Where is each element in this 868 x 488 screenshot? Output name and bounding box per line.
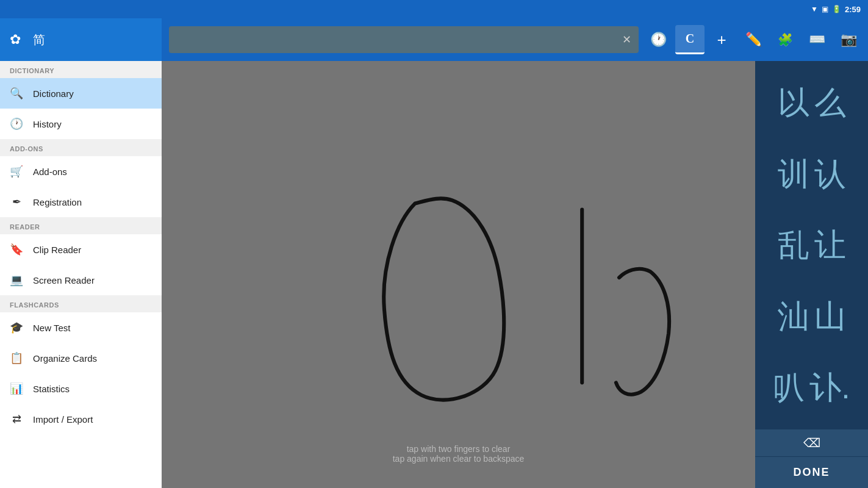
history-toolbar-button[interactable]: 🕐 [644, 25, 673, 54]
camera-toolbar-icon: 📷 [841, 32, 857, 48]
clear-toolbar-button[interactable]: C [675, 25, 705, 54]
char-option[interactable]: 让 [814, 228, 846, 262]
sidebar-item-new-test[interactable]: 🎓 New Test [0, 312, 162, 343]
add-toolbar-icon: + [717, 30, 726, 49]
screen-icon: 💻 [10, 273, 23, 287]
edit-icon: ✒ [10, 195, 23, 209]
sidebar-item-label: Dictionary [33, 88, 74, 99]
battery-icon: 🔋 [832, 5, 841, 13]
sidebar-item-clip-reader[interactable]: 🔖 Clip Reader [0, 234, 162, 265]
status-icons: ▼ ▣ 🔋 2:59 [811, 5, 861, 14]
char-option[interactable]: 乱 [778, 228, 809, 262]
sidebar-header: ✿ 简 [0, 18, 162, 61]
section-label-addons: ADD-ONS [0, 139, 162, 156]
char-option[interactable]: 训 [778, 157, 809, 192]
bar-chart-icon: 📊 [10, 382, 23, 395]
backspace-icon: ⌫ [803, 436, 820, 450]
wifi-icon: ▼ [811, 5, 818, 13]
sidebar-item-organize-cards[interactable]: 📋 Organize Cards [0, 343, 162, 373]
section-label-dictionary: DICTIONARY [0, 61, 162, 78]
puzzle-toolbar-icon: 🧩 [778, 32, 793, 47]
section-label-flashcards: FLASHCARDS [0, 295, 162, 312]
sidebar: ✿ 简 DICTIONARY 🔍 Dictionary 🕐 History AD… [0, 18, 162, 488]
sidebar-item-addons[interactable]: 🛒 Add-ons [0, 156, 162, 187]
drawing-hint-line2: tap again when clear to backspace [393, 454, 525, 464]
history-icon: 🕐 [10, 117, 23, 131]
keyboard-toolbar-icon: ⌨️ [809, 32, 825, 48]
char-suggestion-row-3[interactable]: 汕 山 [755, 299, 868, 334]
content-area: ✕ 🕐 C + ✏️ 🧩 ⌨️ 📷 [162, 18, 868, 488]
char-option[interactable]: 么 [814, 85, 846, 120]
sidebar-item-label: New Test [33, 323, 70, 333]
toolbar: ✕ 🕐 C + ✏️ 🧩 ⌨️ 📷 [162, 18, 868, 61]
sidebar-chinese-char: 简 [33, 32, 45, 48]
char-backspace-button[interactable]: ⌫ [755, 429, 868, 456]
clear-toolbar-icon: C [686, 32, 694, 46]
sidebar-item-label: Clip Reader [33, 245, 81, 255]
char-option[interactable]: 以 [778, 85, 809, 120]
pen-toolbar-icon: ✏️ [745, 32, 762, 48]
search-icon: 🔍 [10, 87, 23, 100]
search-bar[interactable]: ✕ [169, 26, 639, 53]
char-suggestion-row-1[interactable]: 训 认 [755, 157, 868, 192]
char-suggestion-row-0[interactable]: 以 么 [755, 85, 868, 120]
char-suggestion-row-2[interactable]: 乱 让 [755, 228, 868, 262]
char-suggestions: 以 么 训 认 乱 让 汕 山 [755, 61, 868, 429]
char-option[interactable]: 叭 [773, 370, 805, 405]
sidebar-item-screen-reader[interactable]: 💻 Screen Reader [0, 265, 162, 295]
graduation-icon: 🎓 [10, 321, 23, 334]
char-option[interactable]: 讣. [809, 370, 850, 405]
sidebar-item-statistics[interactable]: 📊 Statistics [0, 373, 162, 404]
drawing-section: tap with two fingers to clear tap again … [162, 61, 868, 488]
char-done-button[interactable]: DONE [755, 456, 868, 488]
camera-toolbar-button[interactable]: 📷 [834, 25, 863, 54]
sidebar-item-label: Screen Reader [33, 275, 95, 285]
char-option[interactable]: 汕 [778, 299, 809, 334]
drawing-hint-line1: tap with two fingers to clear [393, 444, 525, 454]
sidebar-item-dictionary[interactable]: 🔍 Dictionary [0, 78, 162, 109]
cart-icon: 🛒 [10, 165, 23, 178]
import-icon: ⇄ [10, 412, 23, 426]
sidebar-item-label: Statistics [33, 384, 70, 394]
char-option[interactable]: 山 [814, 299, 846, 334]
status-time: 2:59 [845, 5, 861, 14]
sidebar-item-label: History [33, 119, 62, 129]
char-suggestion-row-4[interactable]: 叭 讣. [755, 370, 868, 405]
add-toolbar-button[interactable]: + [707, 25, 736, 54]
char-done-label: DONE [793, 466, 830, 479]
bookmark-icon: 🔖 [10, 243, 23, 256]
sidebar-item-history[interactable]: 🕐 History [0, 109, 162, 139]
drawing-hint: tap with two fingers to clear tap again … [393, 444, 525, 464]
sidebar-item-import-export[interactable]: ⇄ Import / Export [0, 404, 162, 434]
signal-icon: ▣ [822, 5, 828, 13]
cards-icon: 📋 [10, 351, 23, 365]
sidebar-item-label: Organize Cards [33, 353, 97, 364]
main-container: ✿ 简 DICTIONARY 🔍 Dictionary 🕐 History AD… [0, 18, 868, 488]
sun-icon: ✿ [10, 32, 21, 48]
sidebar-item-label: Import / Export [33, 414, 93, 425]
sidebar-item-label: Add-ons [33, 167, 67, 177]
drawing-canvas[interactable]: tap with two fingers to clear tap again … [162, 61, 755, 488]
section-label-reader: READER [0, 217, 162, 234]
sidebar-item-label: Registration [33, 197, 82, 207]
pen-toolbar-button[interactable]: ✏️ [739, 25, 768, 54]
keyboard-toolbar-button[interactable]: ⌨️ [802, 25, 831, 54]
history-toolbar-icon: 🕐 [650, 32, 667, 48]
puzzle-toolbar-button[interactable]: 🧩 [770, 25, 800, 54]
char-option[interactable]: 认 [814, 157, 846, 192]
sidebar-item-registration[interactable]: ✒ Registration [0, 187, 162, 217]
status-bar: ▼ ▣ 🔋 2:59 [0, 0, 868, 18]
char-panel: 以 么 训 认 乱 让 汕 山 [755, 61, 868, 488]
search-clear-button[interactable]: ✕ [622, 33, 631, 46]
search-input[interactable] [176, 34, 622, 45]
drawing-svg [162, 61, 755, 488]
